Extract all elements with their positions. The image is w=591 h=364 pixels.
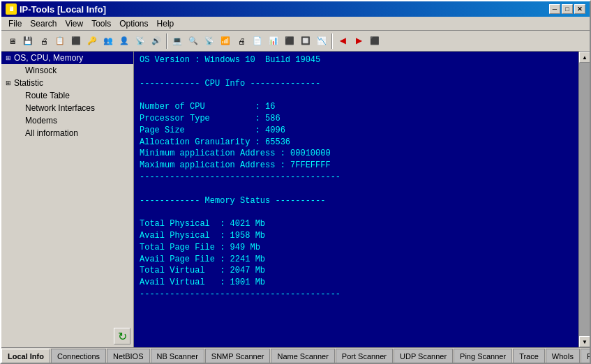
expand-icon-os: ⊞ [4, 54, 13, 61]
menu-file[interactable]: File [4, 18, 26, 29]
toolbar-btn-7[interactable]: 👥 [100, 33, 116, 49]
toolbar-btn-12[interactable]: 🔍 [186, 33, 201, 49]
toolbar: 🖥 💾 🖨 📋 ⬛ 🔑 👥 👤 📡 🔊 💻 🔍 📡 📶 🖨 📄 📊 ⬛ 🔲 📉 … [1, 31, 590, 52]
tab-snmp-scanner[interactable]: SNMP Scanner [205, 349, 271, 363]
scroll-up-button[interactable]: ▲ [579, 52, 590, 63]
tree-label-os-cpu-memory: OS, CPU, Memory [14, 53, 83, 63]
toolbar-btn-3[interactable]: 🖨 [36, 33, 52, 49]
minimize-button[interactable]: ─ [549, 4, 560, 14]
tab-ping-scanner[interactable]: Ping Scanner [454, 349, 512, 363]
menu-search[interactable]: Search [26, 18, 61, 29]
toolbar-btn-20[interactable]: 📉 [314, 33, 329, 49]
tree-item-os-cpu-memory[interactable]: ⊞ OS, CPU, Memory [1, 52, 133, 64]
tree-item-modems[interactable]: Modems [1, 114, 133, 127]
tree-label-route-table: Route Table [25, 91, 70, 100]
tab-netbios[interactable]: NetBIOS [107, 349, 149, 363]
expand-icon-statistic: ⊞ [4, 79, 13, 86]
tree-item-network-interfaces[interactable]: Network Interfaces [1, 102, 133, 114]
toolbar-btn-15[interactable]: 🖨 [234, 33, 249, 49]
content-panel[interactable]: OS Version : Windows 10 Build 19045 ----… [134, 52, 578, 347]
tree-item-statistic[interactable]: ⊞ Statistic [1, 77, 133, 89]
toolbar-btn-8[interactable]: 👤 [117, 33, 132, 49]
tree-item-route-table[interactable]: Route Table [1, 89, 133, 102]
toolbar-btn-14[interactable]: 📶 [218, 33, 233, 49]
toolbar-btn-back[interactable]: ◀ [335, 33, 350, 49]
toolbar-btn-fwd[interactable]: ▶ [351, 33, 366, 49]
toolbar-btn-2[interactable]: 💾 [20, 33, 36, 49]
window-title: IP-Tools [Local Info] [20, 4, 106, 15]
main-window: 🖥 IP-Tools [Local Info] ─ □ ✕ File Searc… [0, 0, 591, 364]
toolbar-btn-19[interactable]: 🔲 [298, 33, 313, 49]
refresh-button[interactable]: ↻ [114, 328, 130, 344]
title-controls: ─ □ ✕ [549, 4, 585, 14]
toolbar-btn-11[interactable]: 💻 [170, 33, 185, 49]
scroll-track[interactable] [579, 63, 590, 336]
tab-udp-scanner[interactable]: UDP Scanner [394, 349, 453, 363]
close-button[interactable]: ✕ [574, 4, 585, 14]
title-bar: 🖥 IP-Tools [Local Info] ─ □ ✕ [1, 1, 590, 17]
menu-view[interactable]: View [61, 18, 87, 29]
title-bar-left: 🖥 IP-Tools [Local Info] [6, 3, 106, 15]
app-icon: 🖥 [6, 3, 17, 15]
toolbar-btn-18[interactable]: ⬛ [282, 33, 297, 49]
tab-name-scanner[interactable]: Name Scanner [271, 349, 334, 363]
tree-label-modems: Modems [25, 116, 57, 126]
main-area: ⊞ OS, CPU, Memory Winsock ⊞ Statistic Ro… [1, 52, 590, 347]
scroll-down-button[interactable]: ▼ [579, 336, 590, 347]
tree-label-statistic: Statistic [14, 78, 43, 88]
tab-nb-scanner[interactable]: NB Scanner [151, 349, 204, 363]
menu-options[interactable]: Options [115, 18, 152, 29]
tree-label-all-information: All information [25, 128, 78, 138]
tree-item-winsock[interactable]: Winsock [1, 64, 133, 77]
menu-help[interactable]: Help [153, 18, 179, 29]
toolbar-btn-9[interactable]: 📡 [133, 33, 148, 49]
tree-label-winsock: Winsock [25, 66, 57, 75]
tab-trace[interactable]: Trace [513, 349, 545, 363]
toolbar-btn-6[interactable]: 🔑 [84, 33, 100, 49]
scrollbar: ▲ ▼ [578, 52, 590, 347]
toolbar-separator-1 [166, 33, 167, 49]
toolbar-btn-10[interactable]: 🔊 [149, 33, 164, 49]
left-panel: ⊞ OS, CPU, Memory Winsock ⊞ Statistic Ro… [1, 52, 134, 347]
tab-connections[interactable]: Connections [51, 349, 106, 363]
toolbar-btn-17[interactable]: 📊 [266, 33, 281, 49]
tab-bar: Local Info Connections NetBIOS NB Scanne… [1, 347, 590, 363]
toolbar-btn-5[interactable]: ⬛ [68, 33, 84, 49]
tab-port-scanner[interactable]: Port Scanner [336, 349, 393, 363]
tab-whois[interactable]: WhoIs [546, 349, 580, 363]
toolbar-btn-4[interactable]: 📋 [52, 33, 68, 49]
maximize-button[interactable]: □ [562, 4, 573, 14]
toolbar-btn-13[interactable]: 📡 [202, 33, 217, 49]
tree-label-network-interfaces: Network Interfaces [25, 103, 95, 113]
tree-item-all-information[interactable]: All information [1, 127, 133, 139]
toolbar-btn-1[interactable]: 🖥 [4, 33, 20, 49]
refresh-btn-container: ↻ [1, 325, 133, 347]
menu-bar: File Search View Tools Options Help [1, 17, 590, 31]
tab-finger[interactable]: Finger [581, 349, 590, 363]
toolbar-btn-16[interactable]: 📄 [250, 33, 265, 49]
tab-local-info[interactable]: Local Info [1, 349, 50, 363]
menu-tools[interactable]: Tools [87, 18, 115, 29]
toolbar-btn-stop[interactable]: ⬛ [367, 33, 382, 49]
toolbar-separator-2 [331, 33, 333, 49]
